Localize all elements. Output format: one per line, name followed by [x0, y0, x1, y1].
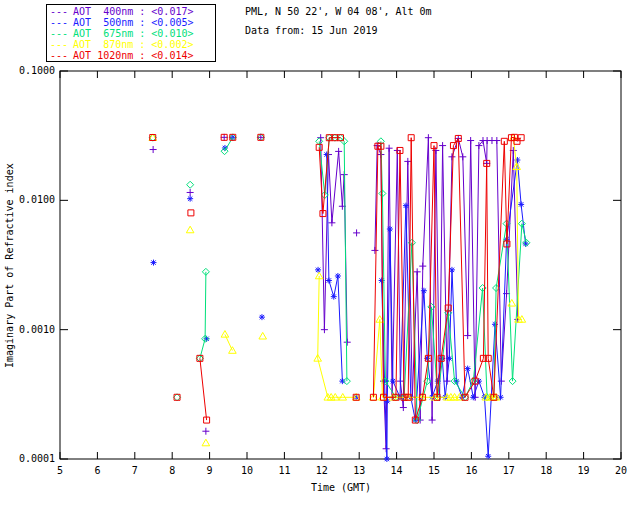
- x-tick-label: 11: [278, 465, 290, 476]
- diamond-marker: [187, 181, 194, 188]
- triangle-marker: [186, 226, 194, 233]
- x-tick-label: 15: [428, 465, 440, 476]
- legend-label: AOT 500nm : <0.005>: [73, 17, 193, 28]
- y-tick-label: 0.0010: [19, 324, 55, 335]
- legend-dash-icon: ---: [50, 28, 68, 39]
- asterisk-marker: [387, 226, 393, 232]
- legend-dash-icon: ---: [50, 17, 68, 28]
- plus-marker: [371, 247, 378, 254]
- legend-dash-icon: ---: [50, 39, 68, 50]
- legend-item-aot-870nm: ---AOT 870nm : <0.002>: [50, 39, 212, 50]
- asterisk-marker: [403, 203, 409, 209]
- x-axis-title: Time (GMT): [0, 482, 640, 493]
- legend-label: AOT 675nm : <0.010>: [73, 28, 193, 39]
- triangle-marker: [202, 439, 210, 446]
- asterisk-marker: [331, 294, 337, 300]
- x-tick-label: 6: [94, 465, 100, 476]
- triangle-marker: [259, 332, 267, 339]
- plus-marker: [425, 134, 432, 141]
- plus-marker: [257, 134, 264, 141]
- legend-label: AOT 870nm : <0.002>: [73, 39, 193, 50]
- asterisk-marker: [324, 152, 330, 158]
- x-tick-label: 20: [615, 465, 627, 476]
- asterisk-marker: [335, 273, 341, 279]
- series-line-aot-400nm: [321, 138, 348, 343]
- x-tick-label: 14: [391, 465, 403, 476]
- plus-marker: [404, 158, 411, 165]
- series-line-aot-500nm: [327, 155, 343, 382]
- plus-marker: [439, 142, 446, 149]
- asterisk-marker: [151, 260, 157, 266]
- asterisk-marker: [446, 355, 452, 361]
- plus-marker: [317, 134, 324, 141]
- asterisk-marker: [259, 314, 265, 320]
- plus-marker: [493, 137, 500, 144]
- legend-label: AOT 400nm : <0.017>: [73, 6, 193, 17]
- plus-marker: [400, 404, 407, 411]
- x-tick-label: 19: [578, 465, 590, 476]
- plus-marker: [187, 189, 194, 196]
- y-tick-label: 0.0001: [19, 453, 55, 464]
- y-tick-label: 0.1000: [19, 65, 55, 76]
- plot-frame: [60, 71, 621, 459]
- x-tick-label: 9: [207, 465, 213, 476]
- plot-canvas: 5678910111213141516171819200.10000.01000…: [0, 0, 640, 512]
- square-marker: [188, 210, 194, 216]
- asterisk-marker: [465, 366, 471, 372]
- asterisk-marker: [326, 277, 332, 283]
- plus-marker: [353, 229, 360, 236]
- legend-dash-icon: ---: [50, 6, 68, 17]
- plus-marker: [328, 219, 335, 226]
- plus-marker: [335, 148, 342, 155]
- legend-item-aot-500nm: ---AOT 500nm : <0.005>: [50, 17, 212, 28]
- x-tick-label: 13: [353, 465, 365, 476]
- x-tick-label: 16: [465, 465, 477, 476]
- x-tick-label: 5: [57, 465, 63, 476]
- x-tick-label: 10: [241, 465, 253, 476]
- plus-marker: [419, 263, 426, 270]
- plus-marker: [150, 146, 157, 153]
- station-info-text: PML, N 50 22', W 04 08', Alt 0m: [245, 6, 432, 17]
- plus-marker: [464, 332, 471, 339]
- asterisk-marker: [485, 453, 491, 459]
- plus-marker: [321, 326, 328, 333]
- x-tick-label: 8: [169, 465, 175, 476]
- asterisk-marker: [315, 267, 321, 273]
- triangle-marker: [221, 331, 229, 338]
- plus-marker: [202, 428, 209, 435]
- asterisk-marker: [518, 201, 524, 207]
- plus-marker: [414, 268, 421, 275]
- legend-dash-icon: ---: [50, 50, 68, 61]
- legend-item-aot-1020nm: ---AOT 1020nm : <0.014>: [50, 50, 212, 61]
- legend-item-aot-675nm: ---AOT 675nm : <0.010>: [50, 28, 212, 39]
- x-tick-label: 18: [540, 465, 552, 476]
- data-date-text: Data from: 15 Jun 2019: [245, 25, 377, 36]
- plus-marker: [448, 153, 455, 160]
- plus-marker: [429, 417, 436, 424]
- legend-item-aot-400nm: ---AOT 400nm : <0.017>: [50, 6, 212, 17]
- y-axis-title: Imaginary Part of Refractive index: [4, 163, 15, 368]
- asterisk-marker: [187, 196, 193, 202]
- x-tick-label: 12: [316, 465, 328, 476]
- legend: ---AOT 400nm : <0.017>---AOT 500nm : <0.…: [46, 4, 216, 62]
- asterisk-marker: [390, 378, 396, 384]
- plus-marker: [344, 339, 351, 346]
- refractive-index-time-series-chart: 5678910111213141516171819200.10000.01000…: [0, 0, 640, 512]
- plus-marker: [221, 134, 228, 141]
- series-line-aot-500nm: [382, 160, 526, 459]
- asterisk-marker: [339, 378, 345, 384]
- asterisk-marker: [421, 288, 427, 294]
- x-tick-label: 7: [132, 465, 138, 476]
- diamond-marker: [174, 394, 181, 401]
- x-tick-label: 17: [503, 465, 515, 476]
- y-tick-label: 0.0100: [19, 194, 55, 205]
- triangle-marker: [339, 393, 347, 400]
- asterisk-marker: [470, 394, 476, 400]
- plus-marker: [459, 153, 466, 160]
- plus-marker: [467, 137, 474, 144]
- series-line-aot-675nm: [200, 272, 206, 359]
- series-line-aot-1020nm: [200, 358, 207, 420]
- legend-label: AOT 1020nm : <0.014>: [73, 50, 193, 61]
- plus-marker: [386, 145, 393, 152]
- asterisk-marker: [384, 456, 390, 462]
